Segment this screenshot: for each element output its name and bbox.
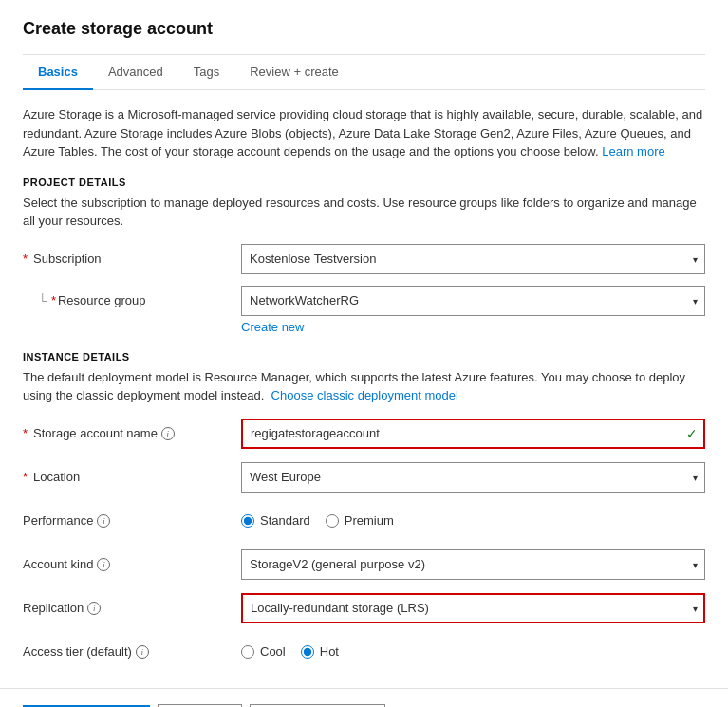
performance-row: Performance i Standard Premium — [23, 504, 705, 538]
performance-premium-option[interactable]: Premium — [326, 513, 394, 528]
storage-account-name-input-wrapper: ✓ — [241, 419, 705, 449]
performance-standard-option[interactable]: Standard — [241, 513, 310, 528]
resource-group-label: * Resource group — [23, 293, 241, 308]
access-tier-cool-option[interactable]: Cool — [241, 644, 286, 659]
subscription-select-wrapper: Kostenlose Testversion ▾ — [241, 244, 705, 274]
performance-premium-radio[interactable] — [326, 514, 339, 528]
location-control: West Europe ▾ — [241, 462, 705, 493]
instance-details-header: INSTANCE DETAILS — [23, 351, 705, 363]
create-new-resource-group-link[interactable]: Create new — [241, 318, 304, 336]
access-tier-hot-radio[interactable] — [301, 645, 314, 659]
resource-group-select-wrapper: NetworkWatcherRG ▾ — [241, 286, 705, 316]
page-title: Create storage account — [23, 19, 705, 39]
account-kind-select[interactable]: StorageV2 (general purpose v2) — [241, 549, 705, 580]
location-select[interactable]: West Europe — [241, 462, 705, 493]
account-kind-select-wrapper: StorageV2 (general purpose v2) ▾ — [241, 549, 705, 580]
performance-standard-radio[interactable] — [241, 514, 254, 528]
storage-account-name-input[interactable] — [241, 419, 705, 449]
replication-select-wrapper: Locally-redundant storage (LRS) ▾ — [241, 593, 705, 623]
account-kind-control: StorageV2 (general purpose v2) ▾ — [241, 549, 705, 580]
learn-more-link[interactable]: Learn more — [602, 144, 664, 158]
access-tier-hot-option[interactable]: Hot — [301, 644, 339, 659]
account-kind-row: Account kind i StorageV2 (general purpos… — [23, 548, 705, 582]
access-tier-radio-group: Cool Hot — [241, 644, 705, 659]
subscription-row: * Subscription Kostenlose Testversion ▾ — [23, 242, 705, 276]
resource-group-select[interactable]: NetworkWatcherRG — [241, 286, 705, 316]
classic-deployment-link[interactable]: Choose classic deployment model — [271, 388, 458, 402]
performance-label: Performance i — [23, 513, 241, 528]
storage-account-name-row: * Storage account name i ✓ — [23, 417, 705, 451]
replication-select[interactable]: Locally-redundant storage (LRS) — [241, 593, 705, 623]
access-tier-label: Access tier (default) i — [23, 644, 241, 659]
tab-advanced[interactable]: Advanced — [93, 55, 178, 90]
next-advanced-button[interactable]: Next : Advanced > — [250, 704, 386, 708]
tab-tags[interactable]: Tags — [178, 55, 234, 90]
resource-group-row: * Resource group NetworkWatcherRG ▾ Crea… — [23, 286, 705, 336]
tab-basics[interactable]: Basics — [23, 55, 93, 90]
tabs-nav: Basics Advanced Tags Review + create — [23, 55, 705, 90]
project-details-desc: Select the subscription to manage deploy… — [23, 194, 705, 231]
storage-account-name-label: * Storage account name i — [23, 426, 241, 440]
storage-account-name-info-icon[interactable]: i — [161, 427, 175, 440]
replication-info-icon[interactable]: i — [87, 602, 101, 615]
replication-label: Replication i — [23, 601, 241, 615]
subscription-select[interactable]: Kostenlose Testversion — [241, 244, 705, 274]
subscription-control: Kostenlose Testversion ▾ — [241, 244, 705, 274]
location-select-wrapper: West Europe ▾ — [241, 462, 705, 493]
resource-group-control: NetworkWatcherRG ▾ — [241, 286, 705, 316]
project-details-header: PROJECT DETAILS — [23, 177, 705, 188]
footer-bar: Review + create Previous Next : Advanced… — [0, 688, 728, 708]
performance-radio-group: Standard Premium — [241, 513, 705, 528]
subscription-label: * Subscription — [23, 251, 241, 266]
access-tier-cool-radio[interactable] — [241, 645, 254, 659]
location-label: * Location — [23, 470, 241, 484]
tab-review-create[interactable]: Review + create — [234, 55, 354, 90]
access-tier-control: Cool Hot — [241, 644, 705, 659]
replication-control: Locally-redundant storage (LRS) ▾ — [241, 593, 705, 623]
intro-description: Azure Storage is a Microsoft-managed ser… — [23, 105, 705, 161]
performance-info-icon[interactable]: i — [97, 514, 110, 528]
storage-account-name-control: ✓ — [241, 419, 705, 449]
account-kind-label: Account kind i — [23, 557, 241, 571]
replication-row: Replication i Locally-redundant storage … — [23, 591, 705, 625]
storage-account-name-valid-icon: ✓ — [686, 426, 698, 441]
account-kind-info-icon[interactable]: i — [97, 558, 110, 571]
location-row: * Location West Europe ▾ — [23, 460, 705, 494]
access-tier-info-icon[interactable]: i — [136, 645, 149, 659]
instance-details-desc: The default deployment model is Resource… — [23, 368, 705, 405]
performance-control: Standard Premium — [241, 513, 705, 528]
access-tier-row: Access tier (default) i Cool Hot — [23, 635, 705, 669]
previous-button[interactable]: Previous — [158, 704, 242, 708]
